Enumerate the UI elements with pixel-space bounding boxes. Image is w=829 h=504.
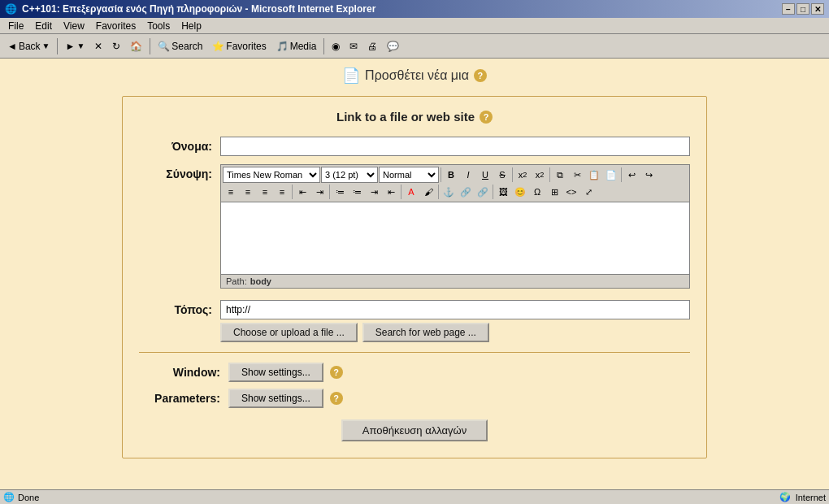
editor-sep-3 xyxy=(549,167,550,182)
style-select[interactable]: Normal xyxy=(379,167,439,183)
name-control-wrap xyxy=(220,137,690,156)
editor-content-area[interactable] xyxy=(220,202,690,275)
print-icon: 🖨 xyxy=(367,41,377,52)
menu-help[interactable]: Help xyxy=(176,20,206,32)
save-button[interactable]: Αποθήκευση αλλαγών xyxy=(341,419,488,441)
divider-1 xyxy=(139,352,690,353)
form-title: Link to a file or web site ? xyxy=(139,110,690,124)
mail-button[interactable]: ✉ xyxy=(345,37,362,56)
maximize-button[interactable]: □ xyxy=(796,3,809,15)
link-button[interactable]: 🔗 xyxy=(458,184,474,200)
form-title-help-icon[interactable]: ? xyxy=(480,111,493,124)
editor-tb-row-2: ≡ ≡ ≡ ≡ ⇤ ⇥ ≔ ≔ ⇥ ⇤ A 🖌 xyxy=(223,184,688,200)
cut-button[interactable]: ✂ xyxy=(569,167,585,183)
media-icon: 🎵 xyxy=(276,41,289,52)
paste-button[interactable]: 📋 xyxy=(586,167,602,183)
table-button[interactable]: ⊞ xyxy=(546,184,562,200)
name-row: Όνομα: xyxy=(139,137,690,156)
editor-sep-5 xyxy=(292,185,293,199)
parameters-help-icon[interactable]: ? xyxy=(330,392,343,405)
toolbar: ◄ Back ▼ ► ▼ ✕ ↻ 🏠 🔍 Search ⭐ Favorites … xyxy=(0,34,829,59)
html-button[interactable]: <> xyxy=(563,184,579,200)
undo-button[interactable]: ↩ xyxy=(623,167,640,183)
forward-icon: ► xyxy=(65,41,75,52)
home-button[interactable]: 🏠 xyxy=(126,37,146,56)
list-indent-button[interactable]: ⇥ xyxy=(366,184,382,200)
parameters-settings-row: Parameters: Show settings... ? xyxy=(139,389,690,408)
history-button[interactable]: ◉ xyxy=(328,37,344,56)
parameters-show-settings-button[interactable]: Show settings... xyxy=(228,389,323,408)
print-button[interactable]: 🖨 xyxy=(363,37,381,56)
search-button[interactable]: 🔍 Search xyxy=(154,37,206,56)
editor-sep-4 xyxy=(621,167,622,182)
superscript-button[interactable]: x2 xyxy=(532,167,548,183)
copy-button[interactable]: ⧉ xyxy=(552,167,568,183)
close-button[interactable]: ✕ xyxy=(811,3,824,15)
menu-favorites[interactable]: Favorites xyxy=(91,20,141,32)
status-text: Done xyxy=(18,493,39,502)
editor-toolbar: Times New Roman 3 (12 pt) Normal B I U S xyxy=(220,164,690,202)
list-outdent-button[interactable]: ⇤ xyxy=(383,184,399,200)
content-area: 📄 Προσθέτει νέα μια ? Link to a file or … xyxy=(0,59,829,489)
font-family-select[interactable]: Times New Roman xyxy=(223,167,320,183)
forward-arrow-icon: ▼ xyxy=(76,41,85,50)
align-justify-button[interactable]: ≡ xyxy=(274,184,290,200)
forecolor-button[interactable]: A xyxy=(403,184,419,200)
align-center-button[interactable]: ≡ xyxy=(240,184,256,200)
unlink-button[interactable]: 🔗 xyxy=(475,184,491,200)
home-icon: 🏠 xyxy=(130,41,142,52)
location-input[interactable] xyxy=(220,300,690,319)
italic-button[interactable]: I xyxy=(460,167,476,183)
maximize-editor-button[interactable]: ⤢ xyxy=(580,184,597,200)
toolbar-separator-1 xyxy=(57,38,58,54)
window-help-icon[interactable]: ? xyxy=(330,366,343,379)
zone-icon: 🌍 xyxy=(779,492,791,502)
indent-more-button[interactable]: ⇥ xyxy=(311,184,328,200)
indent-less-button[interactable]: ⇤ xyxy=(294,184,310,200)
stop-button[interactable]: ✕ xyxy=(90,37,106,56)
menu-file[interactable]: File xyxy=(3,20,28,32)
name-input[interactable] xyxy=(220,137,690,156)
paste-text-button[interactable]: 📄 xyxy=(603,167,619,183)
subscript-button[interactable]: x2 xyxy=(514,167,531,183)
status-bar: 🌐 Done 🌍 Internet xyxy=(0,489,829,504)
smiley-button[interactable]: 😊 xyxy=(512,184,528,200)
back-button[interactable]: ◄ Back ▼ xyxy=(3,37,54,56)
discuss-button[interactable]: 💬 xyxy=(383,37,403,56)
menu-tools[interactable]: Tools xyxy=(142,20,175,32)
favorites-button[interactable]: ⭐ Favorites xyxy=(208,37,270,56)
hilitecolor-button[interactable]: 🖌 xyxy=(420,184,436,200)
align-left-button[interactable]: ≡ xyxy=(223,184,239,200)
special-char-button[interactable]: Ω xyxy=(529,184,545,200)
stop-icon: ✕ xyxy=(94,41,102,52)
anchor-button[interactable]: ⚓ xyxy=(441,184,457,200)
zone-text: Internet xyxy=(796,493,826,502)
header-help-icon[interactable]: ? xyxy=(474,69,487,82)
refresh-button[interactable]: ↻ xyxy=(108,37,124,56)
image-button[interactable]: 🖼 xyxy=(495,184,511,200)
menu-bar: File Edit View Favorites Tools Help xyxy=(0,18,829,34)
title-bar-left: 🌐 C++101: Επεξεργασία ενός Πηγή πληροφορ… xyxy=(5,3,375,15)
search-web-button[interactable]: Search for web page ... xyxy=(362,323,489,342)
window-show-settings-button[interactable]: Show settings... xyxy=(228,363,323,382)
redo-button[interactable]: ↪ xyxy=(640,167,657,183)
synopsis-row: Σύνοψη: Times New Roman 3 (12 pt) Normal xyxy=(139,164,690,289)
editor-sep-9 xyxy=(493,185,493,199)
font-size-select[interactable]: 3 (12 pt) xyxy=(321,167,378,183)
strikethrough-button[interactable]: S xyxy=(494,167,510,183)
menu-edit[interactable]: Edit xyxy=(30,20,57,32)
menu-view[interactable]: View xyxy=(59,20,89,32)
path-label: Path: xyxy=(226,276,247,286)
align-right-button[interactable]: ≡ xyxy=(257,184,273,200)
media-button[interactable]: 🎵 Media xyxy=(272,37,321,56)
choose-upload-button[interactable]: Choose or upload a file ... xyxy=(220,323,358,342)
bold-button[interactable]: B xyxy=(443,167,459,183)
underline-button[interactable]: U xyxy=(477,167,493,183)
list-unordered-button[interactable]: ≔ xyxy=(332,184,348,200)
location-label: Τόπος: xyxy=(139,300,220,316)
list-ordered-button[interactable]: ≔ xyxy=(349,184,365,200)
mail-icon: ✉ xyxy=(349,41,358,52)
minimize-button[interactable]: − xyxy=(782,3,795,15)
forward-button[interactable]: ► ▼ xyxy=(61,37,89,56)
status-icon: 🌐 xyxy=(3,492,15,502)
